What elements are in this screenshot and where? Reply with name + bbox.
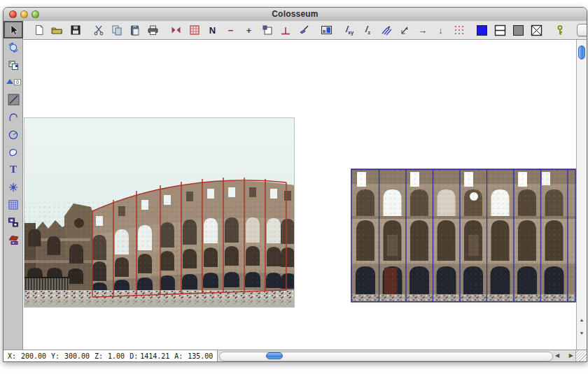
panel-group (315, 24, 338, 36)
panel-icon[interactable] (321, 24, 332, 36)
select-arrow-icon (8, 24, 19, 36)
y-label: Y: (51, 352, 59, 360)
window-title: Colosseum (4, 9, 587, 19)
mesh-camera-icon (8, 234, 20, 245)
zero-spinner-tool[interactable]: 0 (4, 73, 23, 91)
polyline-icon (8, 112, 19, 123)
viewports-tool[interactable] (4, 213, 23, 231)
asterisk-icon (8, 182, 18, 192)
y-value: 300.00 (62, 352, 90, 360)
circle-tool[interactable] (4, 126, 23, 143)
paste-icon[interactable] (129, 24, 141, 36)
orbit-view-tool[interactable] (4, 38, 23, 56)
hatch-pen-icon[interactable] (380, 24, 392, 36)
x-value: 200.00 (18, 352, 46, 360)
save-icon[interactable] (69, 24, 81, 36)
colosseum-photo-image (24, 118, 294, 307)
drawing-canvas[interactable] (23, 40, 576, 350)
resize-grip[interactable] (575, 350, 587, 361)
line-tool[interactable] (4, 91, 23, 108)
orbit-icon (8, 42, 19, 53)
blue-square-icon[interactable] (476, 24, 488, 36)
plus-icon[interactable]: + (243, 24, 255, 36)
horizontal-scrollbar[interactable] (219, 352, 553, 361)
vertical-scroll-thumb[interactable] (578, 45, 585, 59)
scroll-right-arrow[interactable]: ▶ (569, 353, 573, 359)
rectified-facade[interactable] (351, 168, 576, 303)
copy-icon[interactable] (111, 24, 122, 36)
file-group (27, 24, 87, 36)
letter-n-icon[interactable]: N (206, 24, 218, 36)
slash-xy-icon[interactable]: /xy (344, 24, 356, 36)
point-tool[interactable] (4, 178, 23, 196)
xyz-button[interactable]: X-Y-Z (577, 24, 587, 36)
z-label: Z: (94, 352, 103, 360)
scroll-down-arrow[interactable]: ▼ (580, 331, 584, 336)
a-label: A: (174, 352, 183, 360)
corner-point-icon[interactable] (261, 24, 273, 36)
fill-group (470, 24, 548, 36)
x-label: X: (8, 352, 16, 360)
minus-icon[interactable]: − (225, 24, 237, 36)
text-tool[interactable]: T (4, 161, 23, 178)
arrow-down-icon[interactable]: ↓ (435, 24, 447, 36)
scroll-left-arrow[interactable]: ◀ (555, 353, 559, 359)
duplicate-views-tool[interactable] (4, 56, 23, 73)
tool-palette: 0 T (4, 21, 23, 350)
z-value: 1.00 (105, 352, 125, 360)
select-arrow-tool[interactable] (4, 21, 23, 38)
app-window: Colosseum N − + (3, 7, 587, 362)
rectified-facade-image (351, 168, 576, 303)
scroll-up-arrow[interactable]: ▲ (580, 317, 584, 322)
crowd (351, 295, 576, 302)
arrow-right-icon[interactable]: → (416, 24, 428, 36)
cross-square-icon[interactable] (531, 24, 542, 36)
brush-icon[interactable] (298, 24, 309, 36)
coordinate-readout: X:200.00 Y:300.00 Z:1.00 D:1414.21 A:135… (4, 350, 218, 361)
statusbar: X:200.00 Y:300.00 Z:1.00 D:1414.21 A:135… (4, 350, 587, 361)
red-grid-icon[interactable] (188, 24, 200, 36)
perpendicular-icon[interactable] (279, 24, 291, 36)
horizontal-scroll-thumb[interactable] (266, 352, 283, 359)
measure-group: /xy /z → ↓ (338, 24, 470, 36)
circle-icon (8, 129, 19, 141)
closed-curve-tool[interactable] (4, 143, 23, 161)
screen: Colosseum N − + (0, 0, 588, 374)
help-group (548, 24, 571, 36)
up-arrow-icon (6, 79, 14, 85)
axis-arrow-icon[interactable] (398, 24, 410, 36)
polyline-tool[interactable] (4, 108, 23, 126)
key-icon[interactable] (554, 24, 566, 36)
titlebar[interactable]: Colosseum (4, 8, 587, 22)
vertical-scrollbar[interactable]: ▲ ▼ (576, 40, 587, 350)
slash-z-icon[interactable]: /z (362, 24, 374, 36)
dot-grid-icon[interactable] (453, 24, 465, 36)
d-label: D: (130, 352, 138, 360)
duplicate-views-icon (8, 59, 19, 71)
edit-group (87, 24, 164, 36)
mirror-icon[interactable] (170, 24, 182, 36)
a-value: 135.00 (185, 352, 213, 360)
d-value: 1414.21 (140, 352, 169, 360)
line-icon (8, 94, 20, 106)
print-icon[interactable] (147, 24, 159, 36)
gray-square-icon[interactable] (512, 24, 524, 36)
hsplit-square-icon[interactable] (494, 24, 506, 36)
grid-icon (8, 199, 19, 210)
open-folder-icon[interactable] (51, 24, 63, 36)
mesh-camera-tool[interactable] (4, 231, 23, 248)
closed-curve-icon (8, 147, 19, 158)
cut-icon[interactable] (92, 24, 104, 36)
draw-group: N − + (164, 24, 315, 36)
new-document-icon[interactable] (33, 24, 45, 36)
colosseum-photo[interactable] (24, 117, 295, 308)
viewports-icon (8, 217, 19, 228)
grid-tool[interactable] (4, 196, 23, 213)
toolbar: N − + /xy /z → ↓ (23, 21, 587, 40)
